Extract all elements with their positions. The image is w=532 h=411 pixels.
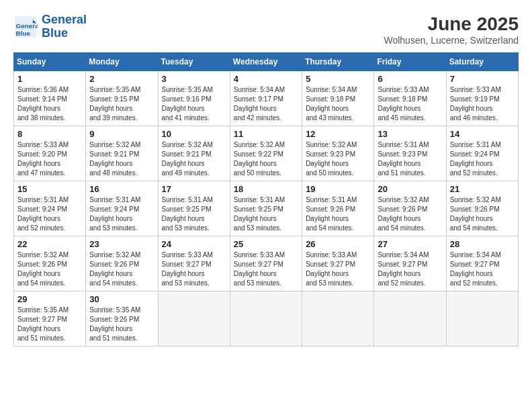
- table-row: 14 Sunrise: 5:31 AM Sunset: 9:24 PM Dayl…: [446, 126, 518, 181]
- table-row: 17 Sunrise: 5:31 AM Sunset: 9:25 PM Dayl…: [158, 181, 230, 236]
- day-number: 19: [306, 184, 370, 194]
- day-number: 20: [378, 184, 442, 194]
- header-row: Sunday Monday Tuesday Wednesday Thursday…: [14, 53, 519, 71]
- col-monday: Monday: [86, 53, 158, 71]
- day-info: Sunrise: 5:33 AM Sunset: 9:27 PM Dayligh…: [162, 250, 226, 288]
- day-number: 25: [234, 239, 298, 249]
- day-info: Sunrise: 5:34 AM Sunset: 9:18 PM Dayligh…: [306, 85, 370, 123]
- calendar-table: Sunday Monday Tuesday Wednesday Thursday…: [13, 52, 519, 347]
- day-number: 18: [234, 184, 298, 194]
- day-number: 3: [162, 74, 226, 84]
- day-info: Sunrise: 5:34 AM Sunset: 9:27 PM Dayligh…: [378, 250, 442, 288]
- table-row: 29 Sunrise: 5:35 AM Sunset: 9:27 PM Dayl…: [14, 291, 86, 347]
- table-row: 5 Sunrise: 5:34 AM Sunset: 9:18 PM Dayli…: [302, 71, 374, 126]
- day-info: Sunrise: 5:31 AM Sunset: 9:25 PM Dayligh…: [234, 195, 298, 233]
- day-number: 6: [378, 74, 442, 84]
- day-number: 21: [450, 184, 515, 194]
- col-wednesday: Wednesday: [230, 53, 302, 71]
- day-number: 9: [89, 129, 154, 139]
- table-row: [230, 291, 302, 347]
- day-info: Sunrise: 5:31 AM Sunset: 9:24 PM Dayligh…: [89, 195, 154, 233]
- logo: General Blue General Blue: [13, 13, 87, 40]
- calendar-row: 8 Sunrise: 5:33 AM Sunset: 9:20 PM Dayli…: [14, 126, 519, 181]
- day-number: 1: [17, 74, 82, 84]
- day-info: Sunrise: 5:34 AM Sunset: 9:17 PM Dayligh…: [234, 85, 298, 123]
- day-info: Sunrise: 5:36 AM Sunset: 9:14 PM Dayligh…: [17, 85, 82, 123]
- day-info: Sunrise: 5:33 AM Sunset: 9:27 PM Dayligh…: [306, 250, 370, 288]
- col-tuesday: Tuesday: [158, 53, 230, 71]
- day-info: Sunrise: 5:35 AM Sunset: 9:15 PM Dayligh…: [89, 85, 154, 123]
- day-info: Sunrise: 5:31 AM Sunset: 9:24 PM Dayligh…: [450, 140, 515, 178]
- calendar-row: 1 Sunrise: 5:36 AM Sunset: 9:14 PM Dayli…: [14, 71, 519, 126]
- table-row: 8 Sunrise: 5:33 AM Sunset: 9:20 PM Dayli…: [14, 126, 86, 181]
- day-number: 30: [89, 294, 154, 304]
- day-number: 12: [306, 129, 370, 139]
- day-number: 10: [162, 129, 226, 139]
- day-info: Sunrise: 5:32 AM Sunset: 9:21 PM Dayligh…: [162, 140, 226, 178]
- day-number: 2: [89, 74, 154, 84]
- day-number: 15: [17, 184, 82, 194]
- table-row: 30 Sunrise: 5:35 AM Sunset: 9:26 PM Dayl…: [86, 291, 158, 347]
- day-number: 27: [378, 239, 442, 249]
- logo-line2: Blue: [42, 26, 68, 40]
- day-info: Sunrise: 5:32 AM Sunset: 9:22 PM Dayligh…: [234, 140, 298, 178]
- day-info: Sunrise: 5:32 AM Sunset: 9:21 PM Dayligh…: [89, 140, 154, 178]
- day-number: 5: [306, 74, 370, 84]
- day-number: 23: [89, 239, 154, 249]
- table-row: 24 Sunrise: 5:33 AM Sunset: 9:27 PM Dayl…: [158, 236, 230, 291]
- table-row: 11 Sunrise: 5:32 AM Sunset: 9:22 PM Dayl…: [230, 126, 302, 181]
- col-sunday: Sunday: [14, 53, 86, 71]
- day-info: Sunrise: 5:31 AM Sunset: 9:26 PM Dayligh…: [306, 195, 370, 233]
- day-number: 29: [17, 294, 82, 304]
- svg-text:Blue: Blue: [16, 29, 31, 36]
- table-row: 16 Sunrise: 5:31 AM Sunset: 9:24 PM Dayl…: [86, 181, 158, 236]
- table-row: 26 Sunrise: 5:33 AM Sunset: 9:27 PM Dayl…: [302, 236, 374, 291]
- table-row: 13 Sunrise: 5:31 AM Sunset: 9:23 PM Dayl…: [374, 126, 446, 181]
- table-row: 4 Sunrise: 5:34 AM Sunset: 9:17 PM Dayli…: [230, 71, 302, 126]
- table-row: 27 Sunrise: 5:34 AM Sunset: 9:27 PM Dayl…: [374, 236, 446, 291]
- logo-icon: General Blue: [13, 15, 38, 39]
- day-number: 16: [89, 184, 154, 194]
- table-row: [374, 291, 446, 347]
- table-row: 12 Sunrise: 5:32 AM Sunset: 9:23 PM Dayl…: [302, 126, 374, 181]
- calendar-row: 15 Sunrise: 5:31 AM Sunset: 9:24 PM Dayl…: [14, 181, 519, 236]
- col-thursday: Thursday: [302, 53, 374, 71]
- day-number: 24: [162, 239, 226, 249]
- day-info: Sunrise: 5:33 AM Sunset: 9:19 PM Dayligh…: [450, 85, 515, 123]
- col-saturday: Saturday: [446, 53, 518, 71]
- day-info: Sunrise: 5:32 AM Sunset: 9:26 PM Dayligh…: [17, 250, 82, 288]
- table-row: 21 Sunrise: 5:32 AM Sunset: 9:26 PM Dayl…: [446, 181, 518, 236]
- day-info: Sunrise: 5:32 AM Sunset: 9:26 PM Dayligh…: [450, 195, 515, 233]
- day-info: Sunrise: 5:31 AM Sunset: 9:25 PM Dayligh…: [162, 195, 226, 233]
- table-row: 25 Sunrise: 5:33 AM Sunset: 9:27 PM Dayl…: [230, 236, 302, 291]
- table-row: 28 Sunrise: 5:34 AM Sunset: 9:27 PM Dayl…: [446, 236, 518, 291]
- day-number: 7: [450, 74, 515, 84]
- table-row: [158, 291, 230, 347]
- table-row: 6 Sunrise: 5:33 AM Sunset: 9:18 PM Dayli…: [374, 71, 446, 126]
- col-friday: Friday: [374, 53, 446, 71]
- day-number: 4: [234, 74, 298, 84]
- day-number: 28: [450, 239, 515, 249]
- day-number: 14: [450, 129, 515, 139]
- day-info: Sunrise: 5:35 AM Sunset: 9:27 PM Dayligh…: [17, 306, 82, 343]
- page-header: General Blue General Blue June 2025 Wolh…: [13, 13, 519, 46]
- table-row: 9 Sunrise: 5:32 AM Sunset: 9:21 PM Dayli…: [86, 126, 158, 181]
- day-number: 13: [378, 129, 442, 139]
- table-row: 15 Sunrise: 5:31 AM Sunset: 9:24 PM Dayl…: [14, 181, 86, 236]
- table-row: [302, 291, 374, 347]
- day-number: 17: [162, 184, 226, 194]
- table-row: 22 Sunrise: 5:32 AM Sunset: 9:26 PM Dayl…: [14, 236, 86, 291]
- table-row: 3 Sunrise: 5:35 AM Sunset: 9:16 PM Dayli…: [158, 71, 230, 126]
- table-row: [446, 291, 518, 347]
- location-subtitle: Wolhusen, Lucerne, Switzerland: [384, 35, 519, 46]
- logo-text: General Blue: [42, 13, 87, 40]
- day-info: Sunrise: 5:32 AM Sunset: 9:23 PM Dayligh…: [306, 140, 370, 178]
- day-number: 26: [306, 239, 370, 249]
- day-number: 22: [17, 239, 82, 249]
- table-row: 2 Sunrise: 5:35 AM Sunset: 9:15 PM Dayli…: [86, 71, 158, 126]
- day-info: Sunrise: 5:35 AM Sunset: 9:16 PM Dayligh…: [162, 85, 226, 123]
- day-number: 8: [17, 129, 82, 139]
- table-row: 20 Sunrise: 5:32 AM Sunset: 9:26 PM Dayl…: [374, 181, 446, 236]
- table-row: 18 Sunrise: 5:31 AM Sunset: 9:25 PM Dayl…: [230, 181, 302, 236]
- table-row: 19 Sunrise: 5:31 AM Sunset: 9:26 PM Dayl…: [302, 181, 374, 236]
